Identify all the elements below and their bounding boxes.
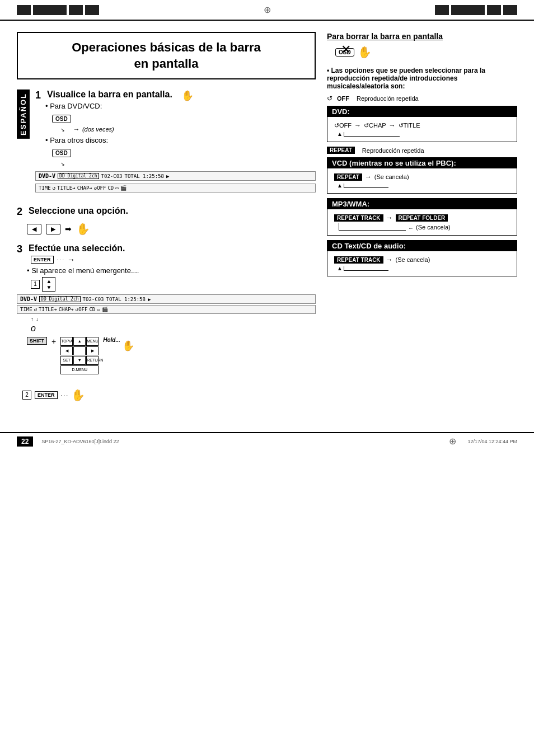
dvd-flow-arrow1: → xyxy=(354,121,361,129)
hand-select-icon: ✋ xyxy=(76,222,90,236)
step1-osd-dvd-area: OSD ↘ → (dos veces) xyxy=(52,114,316,134)
hold-hand-area: Hold... ✋ xyxy=(103,337,120,343)
osd-button-others[interactable]: OSD xyxy=(52,149,71,157)
osd-hand-icon: ✋ xyxy=(181,90,194,102)
vcd-box-content: REPEAT → (Se cancela) ▲ xyxy=(327,168,517,193)
key-center[interactable] xyxy=(73,346,86,355)
title-arrow: TITLE➔ xyxy=(57,185,76,191)
arrow-down-others: ↘ xyxy=(60,161,65,167)
dvd-flow-cchap: ↺CHAP xyxy=(364,122,386,129)
key-top-al[interactable]: TOP/AL xyxy=(60,337,73,346)
dotted-line-3b: · · · xyxy=(61,392,68,398)
cd-loop-area: ▲ xyxy=(337,265,510,271)
camera-icon: 🎬 xyxy=(120,185,127,191)
up-arrow-loop-cd: ▲ xyxy=(337,265,343,271)
key-left[interactable]: ◀ xyxy=(60,346,73,355)
osd-borrar-area: OSD ✕ ✋ xyxy=(335,45,517,59)
vcd-media-box: VCD (mientras no se utiliza el PBC): REP… xyxy=(327,157,517,194)
step1-osd-others-area: OSD ↘ xyxy=(52,148,316,168)
top-block-1 xyxy=(17,5,31,15)
up-arrow-btn[interactable]: ▲ xyxy=(46,278,51,284)
registration-mark-top: ⊕ xyxy=(264,4,271,15)
key-right[interactable]: ▶ xyxy=(86,346,99,355)
mp3-box-content: REPEAT TRACK → REPEAT FOLDER ← (Se cance… xyxy=(327,209,517,235)
play-icon: ▶ xyxy=(166,173,169,179)
mp3-loop-area: ← (Se cancela) xyxy=(334,223,510,231)
repeat-reproduccion-label: Reproducción repetida xyxy=(362,147,424,154)
or-text: o xyxy=(31,323,316,334)
shift-button[interactable]: SHIFT xyxy=(27,337,47,345)
enter-button-3b[interactable]: ENTER xyxy=(35,391,58,399)
mp3-loop-line: ← xyxy=(339,223,406,231)
osd-button-dvd[interactable]: OSD xyxy=(52,115,71,123)
step1-content: 1 Visualice la barra en pantalla. ✋ • Pa… xyxy=(35,90,316,200)
cd-flow-row: REPEAT TRACK → (Se cancela) xyxy=(334,256,510,264)
up-arrow-loop-vcd: ▲ xyxy=(337,182,343,189)
top-block-6 xyxy=(451,5,485,15)
off-repeat-row: ↺ OFF Reproducción repetida xyxy=(327,95,517,102)
mp3-media-box: MP3/WMA: REPEAT TRACK → REPEAT FOLDER ← … xyxy=(327,198,517,236)
time-label: TIME xyxy=(39,185,51,191)
vcd-flow-row: REPEAT → (Se cancela) xyxy=(334,173,510,181)
key-up[interactable]: ▲ xyxy=(73,337,86,346)
enter-button-3[interactable]: ENTER xyxy=(31,256,54,264)
title-arrow-2: TITLE➔ xyxy=(39,307,57,312)
left-nav-btn[interactable]: ◀ xyxy=(27,224,41,234)
dvd-bar-2: TIME ↺ TITLE➔ CHAP➔ ↺OFF CD ▭ 🎬 xyxy=(35,184,316,192)
top-block-5 xyxy=(435,5,449,15)
chap-arrow: CHAP➔ xyxy=(77,185,92,191)
dvd-media-box: DVD: ↺OFF → ↺CHAP → ↺TITLE ▲ xyxy=(327,106,517,142)
time-label-2: TIME xyxy=(20,307,32,312)
repeat-label-row: REPEAT Reproducción repetida xyxy=(327,147,517,154)
bottom-bar: 22 SP16-27_KD-ADV6160[J]t.indd 22 ⊕ 12/1… xyxy=(0,432,534,449)
key-set-up[interactable]: SET UP xyxy=(60,356,73,365)
top-decorative-bar: ⊕ xyxy=(0,0,534,21)
arrow-enter-3: → xyxy=(67,255,75,264)
down-arrow-btn[interactable]: ▼ xyxy=(46,284,51,290)
step3-enter-2-area: 2 ENTER · · · ✋ xyxy=(22,388,316,402)
left-column: Operaciones básicas de la barra en panta… xyxy=(17,32,316,410)
off-label: OFF xyxy=(337,95,349,102)
mp3-flow-row1: REPEAT TRACK → REPEAT FOLDER xyxy=(334,214,510,222)
cd-repeat-track-badge: REPEAT TRACK xyxy=(334,256,383,264)
cd-loop-line xyxy=(344,266,388,271)
bar-arrows: ↑ ↓ xyxy=(31,316,316,322)
borrar-section: Para borrar la barra en pantalla OSD ✕ ✋ xyxy=(327,32,517,59)
dvd-label: DVD-V xyxy=(39,173,55,179)
osd-cross-area: OSD ✕ xyxy=(335,47,354,57)
dvd-flow-coff: ↺OFF xyxy=(334,122,352,129)
step3-title-row: 3 Efectúe una selección. xyxy=(17,243,316,255)
mp3-repeat-track-badge: REPEAT TRACK xyxy=(334,214,383,222)
nav-buttons-area: ◀ ▶ ➡ ✋ xyxy=(27,222,316,236)
step-1: 1 Visualice la barra en pantalla. ✋ • Pa… xyxy=(35,90,316,192)
dvd-box-header: DVD: xyxy=(327,106,517,117)
key-d-menu[interactable]: D.MENU xyxy=(60,365,99,374)
key-return[interactable]: RETURN xyxy=(86,356,99,365)
right-nav-btn[interactable]: ▶ xyxy=(46,224,60,234)
step-2: 2 Seleccione una opción. ◀ ▶ ➡ ✋ xyxy=(17,206,316,236)
dvd-bar-1: DVD-V DD Digital 2ch T02-C03 TOTAL 1:25:… xyxy=(35,171,316,181)
step3-title: Efectúe una selección. xyxy=(29,243,125,253)
step-3: 3 Efectúe una selección. ENTER · · · → •… xyxy=(17,243,316,402)
dotted-line-3: · · · xyxy=(57,257,64,262)
select-updown-area: 1 ▲ ▼ xyxy=(31,277,316,292)
key-down[interactable]: ▼ xyxy=(73,356,86,365)
dvd-bar-3: DVD-V DD Digital 2ch T02-C03 TOTAL 1:25:… xyxy=(17,294,316,304)
vcd-flow-arrow: → xyxy=(365,173,372,181)
mp3-se-cancela: (Se cancela) xyxy=(416,224,451,231)
bottom-date: 12/17/04 12:24:44 PM xyxy=(467,439,517,444)
top-bar-right-blocks xyxy=(435,5,517,15)
cycle-off-icon: ↺ xyxy=(327,95,332,102)
key-menu[interactable]: MENU xyxy=(86,337,99,346)
arrow-down-dvd: ↘ xyxy=(60,127,65,133)
track-label: T02-C03 xyxy=(101,173,123,179)
cd-icon: CD xyxy=(107,185,114,191)
hand-enter-icon: ✋ xyxy=(71,388,85,402)
top-block-4 xyxy=(85,5,99,15)
submenu-note: • Si aparece el menú emergente.... xyxy=(27,266,316,275)
vcd-loop-area: ▲ xyxy=(337,182,510,189)
cd-icon-2: CD xyxy=(89,307,95,312)
repeat-off-icon-2: ↺ xyxy=(34,307,37,312)
dvd-bar-4: TIME ↺ TITLE➔ CHAP➔ ↺OFF CD ▭ 🎬 xyxy=(17,305,316,314)
dolby-label-2: DD Digital 2ch xyxy=(39,296,80,302)
